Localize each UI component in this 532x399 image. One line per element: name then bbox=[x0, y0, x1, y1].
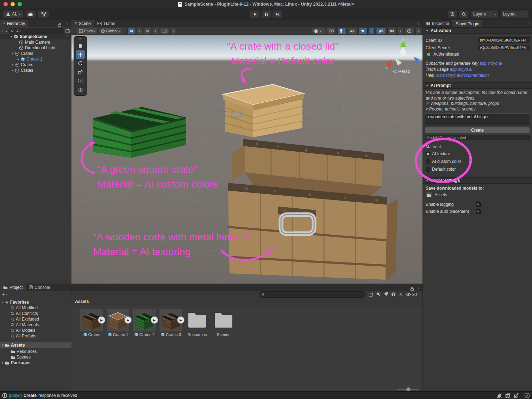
toggle-enable-auto-placement[interactable]: Enable auto placement ✓ bbox=[426, 209, 530, 214]
increment-snap-button[interactable] bbox=[144, 28, 151, 34]
favorite-item[interactable]: All Modified bbox=[0, 305, 71, 311]
expand-subassets-button[interactable]: ▶ bbox=[124, 316, 132, 324]
asset-thumbnail[interactable]: ▶ bbox=[133, 309, 156, 331]
increment-snap-options[interactable]: ▾ bbox=[153, 28, 158, 34]
hierarchy-row[interactable]: ► Crates bbox=[0, 62, 71, 68]
hidden-packages-counter[interactable]: 20 bbox=[406, 292, 417, 297]
overlay-handle-icon[interactable]: ≡ bbox=[383, 38, 386, 42]
asset-item-crates-1[interactable]: ▶ Crates 1 bbox=[107, 309, 129, 337]
effects-options[interactable]: ▾ bbox=[369, 28, 375, 34]
hierarchy-row[interactable]: ► Crates bbox=[0, 68, 71, 73]
green-crate-model[interactable] bbox=[89, 100, 191, 160]
favorite-item[interactable]: All Models bbox=[0, 328, 71, 333]
minimize-window-button[interactable] bbox=[11, 2, 15, 6]
pivot-dropdown[interactable]: Pivot ▾ bbox=[77, 28, 98, 34]
scene-menu-icon[interactable]: ⋮ bbox=[63, 34, 71, 39]
favorite-filter-icon[interactable]: ★ bbox=[399, 292, 403, 297]
undo-history-button[interactable] bbox=[448, 10, 457, 18]
foldout-open-icon[interactable]: ▼ bbox=[11, 52, 15, 55]
hierarchy-row-scene[interactable]: ▼ SampleScene ⋮ bbox=[0, 34, 71, 39]
scene-lighting-button[interactable] bbox=[337, 28, 346, 34]
scene-viewport[interactable]: ≡ bbox=[71, 35, 423, 284]
transform-tool[interactable] bbox=[76, 86, 85, 94]
toggle-enable-logging[interactable]: Enable logging ✓ bbox=[426, 202, 530, 207]
hand-tool[interactable] bbox=[76, 42, 85, 50]
tab-game[interactable]: Game bbox=[94, 20, 119, 27]
hierarchy-search[interactable] bbox=[8, 28, 64, 34]
assets-breadcrumb[interactable]: Assets bbox=[71, 298, 423, 305]
favorite-item[interactable]: All Excluded bbox=[0, 316, 71, 322]
foldout-open-icon[interactable]: ▼ bbox=[1, 344, 5, 347]
favorite-item[interactable]: All Materials bbox=[0, 322, 71, 328]
pause-button[interactable] bbox=[261, 10, 271, 18]
asset-item-crates-3[interactable]: ▶ Crates 3 bbox=[159, 309, 182, 337]
foldout-open-icon[interactable]: ▼ bbox=[1, 301, 5, 304]
debugger-disabled-icon[interactable] bbox=[495, 392, 503, 399]
asset-item-resources[interactable]: Resources bbox=[186, 309, 208, 337]
foldout-closed-icon[interactable]: ► bbox=[11, 69, 15, 72]
layers-dropdown[interactable]: Layers ▾ bbox=[471, 10, 499, 18]
step-button[interactable] bbox=[273, 10, 282, 18]
auto-refresh-disabled-icon[interactable] bbox=[512, 392, 520, 399]
scene-camera-button[interactable] bbox=[387, 28, 396, 34]
search-by-type-icon[interactable] bbox=[376, 292, 381, 297]
projection-label[interactable]: Persp bbox=[393, 69, 410, 74]
save-folder-row[interactable]: Assets bbox=[426, 192, 447, 197]
grid-snap-options[interactable]: ▾ bbox=[137, 28, 142, 34]
rect-tool[interactable] bbox=[76, 77, 85, 85]
hierarchy-row[interactable]: ▼ Crates bbox=[0, 51, 71, 56]
hierarchy-row[interactable]: Main Camera bbox=[0, 39, 71, 45]
expand-subassets-button[interactable]: ▶ bbox=[98, 316, 105, 324]
tab-console[interactable]: Console bbox=[26, 284, 53, 291]
warning-icon[interactable] bbox=[391, 292, 396, 297]
foldout-open-icon[interactable]: ▼ bbox=[9, 35, 13, 38]
activation-header[interactable]: ▼ Activation bbox=[423, 27, 532, 34]
lock-icon[interactable] bbox=[58, 23, 62, 27]
cache-disabled-icon[interactable] bbox=[503, 392, 512, 399]
version-control-button[interactable] bbox=[38, 10, 49, 18]
asset-thumbnail[interactable] bbox=[212, 309, 235, 331]
rotate-tool[interactable] bbox=[76, 59, 85, 68]
tab-project[interactable]: Project bbox=[0, 284, 26, 291]
link-documentation[interactable]: www.sloyd.ai/documentation bbox=[436, 73, 489, 78]
scale-tool[interactable] bbox=[76, 68, 85, 76]
asset-item-crates[interactable]: ▶ Crates bbox=[80, 309, 103, 337]
gizmos-options[interactable]: ▾ bbox=[415, 28, 421, 34]
chevron-down-icon[interactable]: ▾ bbox=[6, 293, 7, 296]
tab-inspector[interactable]: Inspector bbox=[423, 20, 452, 27]
audio-mute-button[interactable] bbox=[348, 28, 357, 34]
shading-mode-dropdown[interactable]: ▾ bbox=[312, 28, 325, 34]
chevron-down-icon[interactable]: ▾ bbox=[6, 30, 7, 33]
hierarchy-add-button[interactable]: + bbox=[1, 28, 4, 34]
scene-panel-menu-icon[interactable]: ⋮ bbox=[414, 22, 423, 27]
search-button[interactable] bbox=[459, 10, 468, 18]
hierarchy-menu-icon[interactable]: ⋮ bbox=[63, 22, 71, 27]
grid-snap-button[interactable] bbox=[127, 28, 135, 34]
asset-thumbnail[interactable]: ▶ bbox=[159, 309, 182, 331]
account-button[interactable]: AL ▾ bbox=[3, 10, 23, 18]
tab-scene[interactable]: # Scene bbox=[71, 20, 94, 27]
scene-visibility-button[interactable] bbox=[376, 28, 386, 34]
favorite-item[interactable]: All Prefabs bbox=[0, 333, 71, 339]
overlay-handle-icon[interactable]: ≡ bbox=[75, 38, 86, 41]
gizmos-button[interactable] bbox=[405, 28, 414, 34]
asset-thumbnail[interactable] bbox=[186, 309, 208, 331]
effects-button[interactable] bbox=[358, 28, 368, 34]
play-button[interactable] bbox=[250, 10, 260, 18]
global-dropdown[interactable]: Global ▾ bbox=[99, 28, 122, 34]
scene-camera-options[interactable]: ▾ bbox=[398, 28, 403, 34]
cloud-button[interactable] bbox=[25, 10, 36, 18]
label-tag-icon[interactable] bbox=[384, 292, 388, 297]
favorites-row[interactable]: ▼ ★ Favorites bbox=[0, 299, 71, 305]
checkbox-checked-icon[interactable]: ✓ bbox=[476, 209, 481, 214]
foldout-closed-icon[interactable]: ► bbox=[16, 58, 20, 61]
asset-thumbnail[interactable]: ▶ bbox=[107, 309, 129, 331]
radio-default-color[interactable]: Default color bbox=[426, 167, 456, 172]
asset-item-scenes[interactable]: Scenes bbox=[212, 309, 235, 337]
inspector-menu-icon[interactable]: ⋮ bbox=[524, 22, 532, 27]
asset-item-crates-2[interactable]: ▶ Crates 2 bbox=[133, 309, 156, 337]
orientation-gizmo[interactable]: ≡ y x z bbox=[381, 37, 420, 71]
progress-status-icon[interactable] bbox=[522, 392, 532, 399]
expand-subassets-button[interactable]: ▶ bbox=[177, 316, 184, 324]
close-window-button[interactable] bbox=[4, 2, 8, 6]
